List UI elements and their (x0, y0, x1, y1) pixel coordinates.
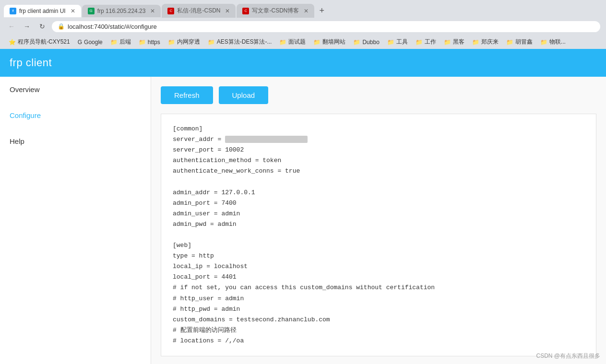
tab-favicon-csdn-msg: C (167, 8, 174, 14)
bookmark-https[interactable]: 📁 https (136, 38, 163, 47)
bookmark-icon-zheng: 📁 (472, 39, 479, 46)
sidebar: Overview Configure Help (0, 77, 151, 364)
new-tab-button[interactable]: + (315, 4, 328, 18)
bookmark-interview[interactable]: 📁 面试题 (276, 37, 309, 47)
bookmark-icon-interview: 📁 (279, 39, 286, 46)
reload-button[interactable]: ↻ (36, 21, 48, 32)
bookmark-work[interactable]: 📁 工作 (413, 37, 439, 47)
tab-favicon-csdn-write: C (242, 8, 249, 14)
bookmark-label-google: Google (84, 39, 103, 46)
back-button[interactable]: ← (6, 21, 17, 32)
tab-label-sheets: frp 116.205.224.23 (97, 8, 146, 14)
bookmark-cxy521[interactable]: ⭐ 程序员导航-CXY521 (6, 37, 73, 47)
config-line-blank1 (173, 178, 177, 185)
bookmark-icon-cxy521: ⭐ (9, 39, 16, 46)
bookmark-label-zheng: 郑庆来 (481, 38, 499, 46)
tab-favicon-frp: f (10, 8, 16, 14)
tab-favicon-sheets: G (88, 8, 95, 14)
bookmark-label-hacker: 黑客 (453, 38, 464, 46)
bookmark-iot[interactable]: 📁 物联... (537, 37, 569, 47)
bookmark-icon-vpn: 📁 (168, 39, 175, 46)
refresh-button[interactable]: Refresh (161, 86, 213, 104)
url-text: localhost:7400/static/#/configure (68, 23, 157, 30)
bookmark-icon-google: G (78, 39, 82, 46)
config-line-type: type = http (173, 252, 214, 259)
bookmark-zheng[interactable]: 📁 郑庆来 (469, 37, 501, 47)
tab-close-frp[interactable]: ✕ (71, 8, 75, 14)
bookmark-icon-aes: 📁 (208, 39, 215, 46)
tab-csdn-write[interactable]: C 写文章-CSDN博客 ✕ (237, 4, 314, 18)
sidebar-label-configure: Configure (10, 111, 41, 119)
bookmark-label-interview: 面试题 (288, 38, 306, 46)
bookmark-icon-backend: 📁 (110, 39, 118, 46)
watermark-text: CSDN @有点东西且很多 (536, 352, 600, 359)
bookmark-icon-work: 📁 (416, 39, 423, 46)
config-line-comment-http-pwd: # http_pwd = admin (173, 305, 240, 313)
forward-button[interactable]: → (21, 21, 33, 32)
bookmarks-bar: ⭐ 程序员导航-CXY521 G Google 📁 后端 📁 https 📁 内… (0, 35, 606, 49)
bookmark-tools[interactable]: 📁 工具 (384, 37, 411, 47)
bookmark-label-aes: AES算法-DES算法-... (217, 38, 272, 46)
bookmark-hacker[interactable]: 📁 黑客 (441, 37, 467, 47)
url-bar[interactable]: 🔒 localhost:7400/static/#/configure (52, 21, 600, 32)
tab-close-sheets[interactable]: ✕ (150, 8, 155, 14)
config-line-server-addr: server_addr = xxxxxxxxxxxxxxxxxx.com (173, 136, 308, 143)
bookmark-dubbo[interactable]: 📁 Dubbo (350, 38, 382, 47)
config-line-admin-user: admin_user = admin (173, 210, 240, 217)
bookmark-label-tools: 工具 (396, 38, 408, 46)
sidebar-label-help: Help (10, 137, 24, 145)
bookmark-icon-wall: 📁 (313, 39, 321, 46)
bookmark-aes[interactable]: 📁 AES算法-DES算法-... (205, 37, 275, 47)
bookmark-label-cxy521: 程序员导航-CXY521 (18, 38, 70, 46)
bookmark-hu[interactable]: 📁 胡冒鑫 (503, 37, 535, 47)
config-line-admin-addr: admin_addr = 127.0.0.1 (173, 189, 255, 196)
bookmark-vpn[interactable]: 📁 内网穿透 (165, 37, 203, 47)
browser-chrome: f frp client admin UI ✕ G frp 116.205.22… (0, 0, 606, 49)
upload-button[interactable]: Upload (219, 86, 269, 104)
config-editor[interactable]: [common] server_addr = xxxxxxxxxxxxxxxxx… (161, 114, 596, 356)
bookmark-label-work: 工作 (425, 38, 436, 46)
bookmark-label-dubbo: Dubbo (362, 39, 379, 46)
bookmark-backend[interactable]: 📁 后端 (107, 37, 134, 47)
footer-watermark: CSDN @有点东西且很多 (536, 352, 600, 360)
config-line-comment-cert: # if not set, you can access this custom… (173, 284, 435, 291)
tab-close-csdn-msg[interactable]: ✕ (225, 8, 230, 14)
config-line-auth-method: authentication_method = token (173, 157, 281, 164)
tab-frp-client[interactable]: f frp client admin UI ✕ (4, 5, 81, 17)
tab-label-frp: frp client admin UI (19, 8, 66, 14)
bookmark-label-backend: 后端 (119, 38, 131, 46)
tab-label-csdn-write: 写文章-CSDN博客 (252, 7, 299, 15)
tab-sheets[interactable]: G frp 116.205.224.23 ✕ (82, 5, 161, 17)
tab-label-csdn-msg: 私信-消息-CSDN (177, 7, 220, 15)
sidebar-item-help[interactable]: Help (0, 129, 151, 154)
config-line-local-ip: local_ip = localhost (173, 263, 248, 270)
app-body: Overview Configure Help Refresh Upload [… (0, 77, 606, 364)
config-line-comment-locations: # locations = /,/oa (173, 337, 244, 344)
bookmark-icon-https: 📁 (139, 39, 146, 46)
tab-csdn-msg[interactable]: C 私信-消息-CSDN ✕ (162, 4, 236, 18)
config-line-auth-new-work: authenticate_new_work_conns = true (173, 167, 300, 175)
config-line-admin-pwd: admin_pwd = admin (173, 221, 237, 228)
bookmark-label-iot: 物联... (549, 38, 566, 46)
config-line-web-section: [web] (173, 242, 191, 249)
address-bar: ← → ↻ 🔒 localhost:7400/static/#/configur… (0, 18, 606, 35)
bookmark-wall[interactable]: 📁 翻墙网站 (310, 37, 348, 47)
config-line-common-section: [common] (173, 125, 202, 132)
bookmark-icon-iot: 📁 (540, 39, 547, 46)
bookmark-google[interactable]: G Google (75, 38, 106, 47)
lock-icon: 🔒 (58, 23, 65, 30)
sidebar-item-overview[interactable]: Overview (0, 77, 151, 103)
config-line-comment-http-user: # http_user = admin (173, 295, 244, 302)
tab-bar: f frp client admin UI ✕ G frp 116.205.22… (0, 0, 606, 18)
bookmark-label-vpn: 内网穿透 (177, 38, 200, 46)
config-line-server-port: server_port = 10002 (173, 146, 244, 153)
config-server-addr-value: xxxxxxxxxxxxxxxxxx.com (225, 136, 308, 143)
config-line-custom-domains: custom_domains = testsecond.zhananclub.c… (173, 316, 330, 323)
bookmark-label-https: https (148, 39, 160, 46)
bookmark-icon-hu: 📁 (506, 39, 513, 46)
main-content: Refresh Upload [common] server_addr = xx… (151, 77, 606, 364)
bookmark-icon-tools: 📁 (387, 39, 394, 46)
app-header: frp client (0, 49, 606, 77)
tab-close-csdn-write[interactable]: ✕ (304, 8, 309, 14)
sidebar-item-configure[interactable]: Configure (0, 103, 151, 129)
